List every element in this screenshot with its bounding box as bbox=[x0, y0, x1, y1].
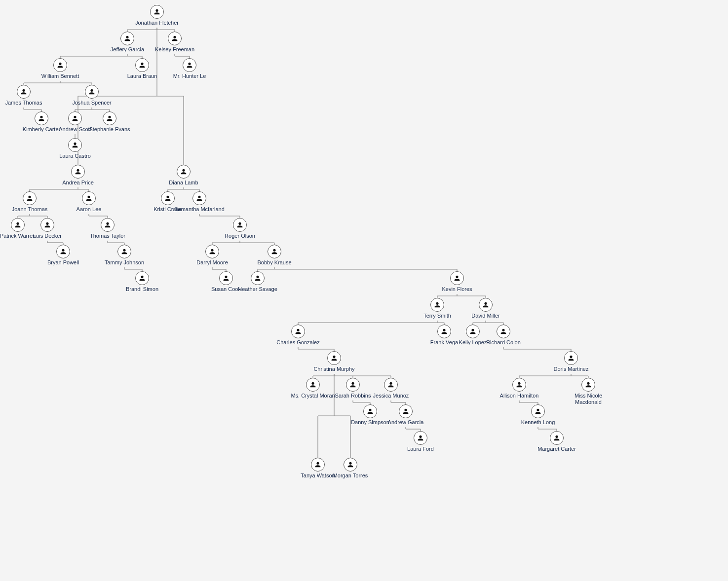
person-icon[interactable] bbox=[56, 245, 70, 258]
person-name[interactable]: Jessica Munoz bbox=[364, 393, 418, 399]
person-name[interactable]: Jeffery Garcia bbox=[100, 46, 154, 53]
person-icon[interactable] bbox=[497, 325, 510, 338]
person-icon[interactable] bbox=[512, 378, 526, 392]
person-name[interactable]: Heather Savage bbox=[230, 286, 285, 292]
person-icon[interactable] bbox=[311, 458, 325, 472]
person-name[interactable]: Brandi Simon bbox=[115, 286, 169, 292]
person-node: William Bennett bbox=[33, 58, 87, 79]
person-icon[interactable] bbox=[327, 351, 341, 365]
person-icon[interactable] bbox=[233, 218, 247, 232]
person-name[interactable]: Laura Ford bbox=[393, 446, 448, 452]
person-name[interactable]: Bobby Krause bbox=[247, 259, 302, 266]
person-name[interactable]: William Bennett bbox=[33, 73, 87, 79]
person-icon[interactable] bbox=[53, 58, 67, 72]
person-icon[interactable] bbox=[205, 245, 219, 258]
person-icon[interactable] bbox=[11, 218, 25, 232]
person-name[interactable]: Kenneth Long bbox=[511, 419, 565, 426]
person-name[interactable]: Andrew Garcia bbox=[379, 419, 433, 426]
person-icon[interactable] bbox=[82, 191, 96, 205]
person-icon[interactable] bbox=[68, 138, 82, 152]
person-icon[interactable] bbox=[135, 271, 149, 285]
person-icon[interactable] bbox=[437, 325, 451, 338]
person-node: David Miller bbox=[459, 298, 513, 319]
person-name[interactable]: Stephanie Evans bbox=[82, 126, 137, 133]
person-icon[interactable] bbox=[384, 378, 398, 392]
person-icon[interactable] bbox=[219, 271, 233, 285]
person-icon[interactable] bbox=[40, 218, 54, 232]
person-icon[interactable] bbox=[268, 245, 281, 258]
person-name[interactable]: Aaron Lee bbox=[62, 206, 116, 213]
person-icon[interactable] bbox=[479, 298, 493, 312]
person-node: Aaron Lee bbox=[62, 191, 116, 213]
person-icon[interactable] bbox=[135, 58, 149, 72]
person-node: Tammy Johnson bbox=[97, 245, 152, 266]
person-icon[interactable] bbox=[168, 32, 182, 45]
person-icon[interactable] bbox=[68, 111, 82, 125]
person-node: Kevin Flores bbox=[430, 271, 484, 292]
person-icon[interactable] bbox=[120, 32, 134, 45]
person-icon[interactable] bbox=[399, 404, 413, 418]
person-icon[interactable] bbox=[192, 191, 206, 205]
person-node: Laura Castro bbox=[48, 138, 102, 159]
person-icon[interactable] bbox=[430, 298, 444, 312]
person-icon[interactable] bbox=[550, 431, 564, 445]
person-name[interactable]: Samantha Mcfarland bbox=[172, 206, 227, 213]
person-name[interactable]: James Thomas bbox=[0, 100, 51, 106]
person-name[interactable]: Bryan Powell bbox=[36, 259, 90, 266]
person-name[interactable]: Roger Olson bbox=[213, 233, 267, 239]
person-icon[interactable] bbox=[183, 58, 196, 72]
person-name[interactable]: Laura Braun bbox=[115, 73, 169, 79]
person-name[interactable]: Luis Decker bbox=[20, 233, 75, 239]
person-name[interactable]: Miss Nicole Macdonald bbox=[561, 393, 615, 405]
person-name[interactable]: Darryl Moore bbox=[185, 259, 239, 266]
person-name[interactable]: Thomas Taylor bbox=[80, 233, 135, 239]
person-name[interactable]: Kelsey Freeman bbox=[148, 46, 202, 53]
person-name[interactable]: Allison Hamilton bbox=[492, 393, 546, 399]
person-name[interactable]: Christina Murphy bbox=[307, 366, 361, 372]
person-icon[interactable] bbox=[85, 85, 99, 99]
person-name[interactable]: Jonathan Fletcher bbox=[130, 20, 184, 26]
person-icon[interactable] bbox=[161, 191, 175, 205]
person-name[interactable]: Doris Martinez bbox=[544, 366, 598, 372]
person-icon[interactable] bbox=[150, 5, 164, 19]
person-icon[interactable] bbox=[117, 245, 131, 258]
person-icon[interactable] bbox=[414, 431, 427, 445]
person-name[interactable]: Margaret Carter bbox=[530, 446, 584, 452]
person-icon[interactable] bbox=[35, 111, 48, 125]
person-icon[interactable] bbox=[177, 165, 191, 179]
person-name[interactable]: Mr. Hunter Le bbox=[162, 73, 217, 79]
person-node: Brandi Simon bbox=[115, 271, 169, 292]
person-icon[interactable] bbox=[564, 351, 578, 365]
person-name[interactable]: Tammy Johnson bbox=[97, 259, 152, 266]
person-node: Charles Gonzalez bbox=[271, 325, 325, 346]
person-name[interactable]: Richard Colon bbox=[476, 339, 531, 346]
person-name[interactable]: Joann Thomas bbox=[2, 206, 57, 213]
person-icon[interactable] bbox=[103, 111, 116, 125]
person-icon[interactable] bbox=[23, 191, 37, 205]
person-name[interactable]: David Miller bbox=[459, 313, 513, 319]
person-icon[interactable] bbox=[306, 378, 320, 392]
person-icon[interactable] bbox=[291, 325, 305, 338]
person-name[interactable]: Laura Castro bbox=[48, 153, 102, 159]
person-icon[interactable] bbox=[531, 404, 545, 418]
person-icon[interactable] bbox=[466, 325, 480, 338]
person-name[interactable]: Morgan Torres bbox=[323, 472, 378, 479]
person-name[interactable]: Terry Smith bbox=[410, 313, 464, 319]
person-name[interactable]: Charles Gonzalez bbox=[271, 339, 325, 346]
person-icon[interactable] bbox=[346, 378, 360, 392]
person-node: Stephanie Evans bbox=[82, 111, 137, 133]
person-icon[interactable] bbox=[363, 404, 377, 418]
person-icon[interactable] bbox=[71, 165, 85, 179]
person-icon[interactable] bbox=[17, 85, 31, 99]
person-name[interactable]: Joshua Spencer bbox=[65, 100, 119, 106]
person-icon[interactable] bbox=[450, 271, 464, 285]
person-icon[interactable] bbox=[251, 271, 265, 285]
person-icon[interactable] bbox=[344, 458, 357, 472]
person-node: Kelsey Freeman bbox=[148, 32, 202, 53]
person-node: Roger Olson bbox=[213, 218, 267, 239]
person-name[interactable]: Kevin Flores bbox=[430, 286, 484, 292]
person-name[interactable]: Andrea Price bbox=[51, 180, 105, 186]
person-name[interactable]: Diana Lamb bbox=[156, 180, 211, 186]
person-icon[interactable] bbox=[581, 378, 595, 392]
person-icon[interactable] bbox=[101, 218, 115, 232]
